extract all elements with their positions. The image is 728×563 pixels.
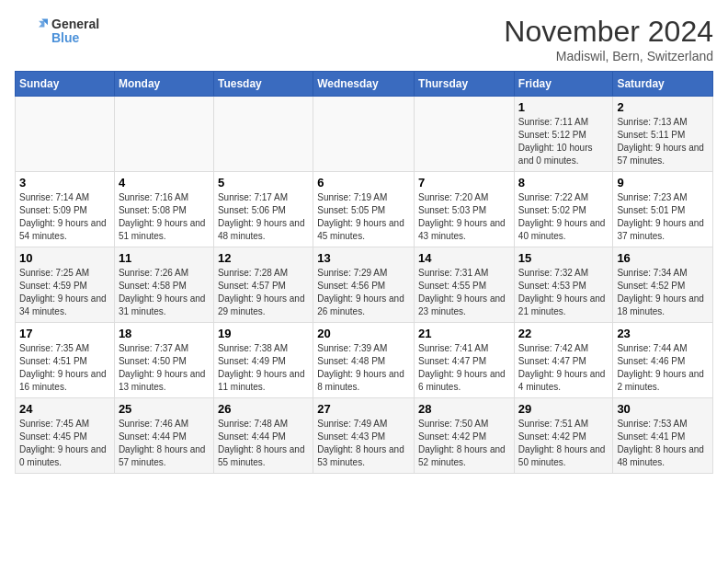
- calendar-cell: 19Sunrise: 7:38 AMSunset: 4:49 PMDayligh…: [213, 323, 313, 398]
- day-number: 9: [617, 176, 709, 190]
- calendar-cell: 11Sunrise: 7:26 AMSunset: 4:58 PMDayligh…: [114, 247, 213, 323]
- day-number: 1: [518, 100, 609, 114]
- day-info: Sunrise: 7:17 AMSunset: 5:06 PMDaylight:…: [218, 191, 309, 243]
- day-info: Sunrise: 7:42 AMSunset: 4:47 PMDaylight:…: [518, 342, 609, 394]
- calendar-cell: 18Sunrise: 7:37 AMSunset: 4:50 PMDayligh…: [114, 323, 213, 398]
- day-info: Sunrise: 7:31 AMSunset: 4:55 PMDaylight:…: [418, 267, 510, 318]
- day-info: Sunrise: 7:44 AMSunset: 4:46 PMDaylight:…: [617, 342, 709, 394]
- day-number: 20: [317, 327, 410, 340]
- day-info: Sunrise: 7:19 AMSunset: 5:05 PMDaylight:…: [317, 191, 410, 243]
- calendar-week-4: 17Sunrise: 7:35 AMSunset: 4:51 PMDayligh…: [16, 323, 713, 398]
- day-info: Sunrise: 7:13 AMSunset: 5:11 PMDaylight:…: [617, 116, 709, 167]
- day-info: Sunrise: 7:16 AMSunset: 5:08 PMDaylight:…: [119, 191, 210, 243]
- day-headers: SundayMondayTuesdayWednesdayThursdayFrid…: [16, 72, 713, 97]
- day-header-saturday: Saturday: [613, 72, 713, 97]
- calendar-cell: 20Sunrise: 7:39 AMSunset: 4:48 PMDayligh…: [313, 323, 415, 398]
- day-number: 18: [119, 327, 210, 340]
- calendar-cell: [213, 97, 313, 172]
- day-info: Sunrise: 7:23 AMSunset: 5:01 PMDaylight:…: [617, 191, 709, 243]
- calendar-cell: [415, 97, 515, 172]
- day-number: 17: [19, 327, 110, 340]
- day-header-sunday: Sunday: [16, 72, 115, 97]
- location: Madiswil, Bern, Switzerland: [504, 49, 713, 63]
- calendar-cell: 1Sunrise: 7:11 AMSunset: 5:12 PMDaylight…: [514, 97, 613, 172]
- calendar-cell: 23Sunrise: 7:44 AMSunset: 4:46 PMDayligh…: [613, 323, 713, 398]
- calendar-table: SundayMondayTuesdayWednesdayThursdayFrid…: [15, 71, 713, 474]
- day-info: Sunrise: 7:49 AMSunset: 4:43 PMDaylight:…: [317, 418, 410, 469]
- day-info: Sunrise: 7:46 AMSunset: 4:44 PMDaylight:…: [119, 418, 210, 469]
- calendar-cell: 12Sunrise: 7:28 AMSunset: 4:57 PMDayligh…: [213, 247, 313, 323]
- day-number: 2: [617, 100, 709, 114]
- header: General Blue November 2024 Madiswil, Ber…: [15, 15, 713, 63]
- day-number: 30: [617, 402, 709, 416]
- title-area: November 2024 Madiswil, Bern, Switzerlan…: [504, 15, 713, 63]
- calendar-week-2: 3Sunrise: 7:14 AMSunset: 5:09 PMDaylight…: [16, 172, 713, 247]
- calendar-cell: [16, 97, 115, 172]
- calendar-cell: 25Sunrise: 7:46 AMSunset: 4:44 PMDayligh…: [114, 398, 213, 474]
- day-number: 3: [19, 176, 110, 190]
- day-info: Sunrise: 7:28 AMSunset: 4:57 PMDaylight:…: [218, 267, 309, 318]
- day-info: Sunrise: 7:25 AMSunset: 4:59 PMDaylight:…: [19, 267, 110, 318]
- day-info: Sunrise: 7:45 AMSunset: 4:45 PMDaylight:…: [19, 418, 110, 469]
- calendar-cell: 24Sunrise: 7:45 AMSunset: 4:45 PMDayligh…: [16, 398, 115, 474]
- calendar-cell: 14Sunrise: 7:31 AMSunset: 4:55 PMDayligh…: [415, 247, 515, 323]
- calendar-cell: 27Sunrise: 7:49 AMSunset: 4:43 PMDayligh…: [313, 398, 415, 474]
- calendar-cell: 30Sunrise: 7:53 AMSunset: 4:41 PMDayligh…: [613, 398, 713, 474]
- calendar-cell: 21Sunrise: 7:41 AMSunset: 4:47 PMDayligh…: [415, 323, 515, 398]
- calendar-cell: 26Sunrise: 7:48 AMSunset: 4:44 PMDayligh…: [213, 398, 313, 474]
- day-info: Sunrise: 7:35 AMSunset: 4:51 PMDaylight:…: [19, 342, 110, 394]
- calendar-cell: 2Sunrise: 7:13 AMSunset: 5:11 PMDaylight…: [613, 97, 713, 172]
- day-info: Sunrise: 7:11 AMSunset: 5:12 PMDaylight:…: [518, 116, 609, 167]
- day-number: 28: [418, 402, 510, 416]
- calendar-cell: [114, 97, 213, 172]
- day-header-tuesday: Tuesday: [213, 72, 313, 97]
- calendar-week-3: 10Sunrise: 7:25 AMSunset: 4:59 PMDayligh…: [16, 247, 713, 323]
- calendar-cell: 7Sunrise: 7:20 AMSunset: 5:03 PMDaylight…: [415, 172, 515, 247]
- day-info: Sunrise: 7:50 AMSunset: 4:42 PMDaylight:…: [418, 418, 510, 469]
- calendar-cell: [313, 97, 415, 172]
- day-header-thursday: Thursday: [415, 72, 515, 97]
- day-number: 25: [119, 402, 210, 416]
- calendar-cell: 9Sunrise: 7:23 AMSunset: 5:01 PMDaylight…: [613, 172, 713, 247]
- day-number: 5: [218, 176, 309, 190]
- calendar-cell: 17Sunrise: 7:35 AMSunset: 4:51 PMDayligh…: [16, 323, 115, 398]
- day-number: 24: [19, 402, 110, 416]
- day-info: Sunrise: 7:26 AMSunset: 4:58 PMDaylight:…: [119, 267, 210, 318]
- day-info: Sunrise: 7:22 AMSunset: 5:02 PMDaylight:…: [518, 191, 609, 243]
- day-number: 27: [317, 402, 410, 416]
- day-info: Sunrise: 7:29 AMSunset: 4:56 PMDaylight:…: [317, 267, 410, 318]
- day-number: 23: [617, 327, 709, 340]
- day-number: 13: [317, 251, 410, 265]
- day-header-wednesday: Wednesday: [313, 72, 415, 97]
- day-info: Sunrise: 7:38 AMSunset: 4:49 PMDaylight:…: [218, 342, 309, 394]
- calendar-cell: 5Sunrise: 7:17 AMSunset: 5:06 PMDaylight…: [213, 172, 313, 247]
- day-number: 11: [119, 251, 210, 265]
- calendar-cell: 3Sunrise: 7:14 AMSunset: 5:09 PMDaylight…: [16, 172, 115, 247]
- day-number: 22: [518, 327, 609, 340]
- calendar-cell: 28Sunrise: 7:50 AMSunset: 4:42 PMDayligh…: [415, 398, 515, 474]
- day-header-monday: Monday: [114, 72, 213, 97]
- day-number: 15: [518, 251, 609, 265]
- month-title: November 2024: [504, 15, 713, 49]
- day-number: 10: [19, 251, 110, 265]
- calendar-cell: 13Sunrise: 7:29 AMSunset: 4:56 PMDayligh…: [313, 247, 415, 323]
- calendar-week-5: 24Sunrise: 7:45 AMSunset: 4:45 PMDayligh…: [16, 398, 713, 474]
- logo: General Blue: [15, 15, 99, 48]
- day-number: 12: [218, 251, 309, 265]
- calendar-cell: 29Sunrise: 7:51 AMSunset: 4:42 PMDayligh…: [514, 398, 613, 474]
- calendar-cell: 22Sunrise: 7:42 AMSunset: 4:47 PMDayligh…: [514, 323, 613, 398]
- calendar-cell: 16Sunrise: 7:34 AMSunset: 4:52 PMDayligh…: [613, 247, 713, 323]
- day-info: Sunrise: 7:20 AMSunset: 5:03 PMDaylight:…: [418, 191, 510, 243]
- calendar-cell: 6Sunrise: 7:19 AMSunset: 5:05 PMDaylight…: [313, 172, 415, 247]
- logo-blue: Blue: [51, 31, 99, 45]
- day-info: Sunrise: 7:48 AMSunset: 4:44 PMDaylight:…: [218, 418, 309, 469]
- calendar-cell: 15Sunrise: 7:32 AMSunset: 4:53 PMDayligh…: [514, 247, 613, 323]
- day-number: 4: [119, 176, 210, 190]
- day-header-friday: Friday: [514, 72, 613, 97]
- day-number: 14: [418, 251, 510, 265]
- logo-svg: [15, 15, 48, 48]
- day-info: Sunrise: 7:32 AMSunset: 4:53 PMDaylight:…: [518, 267, 609, 318]
- day-info: Sunrise: 7:14 AMSunset: 5:09 PMDaylight:…: [19, 191, 110, 243]
- day-number: 6: [317, 176, 410, 190]
- day-info: Sunrise: 7:53 AMSunset: 4:41 PMDaylight:…: [617, 418, 709, 469]
